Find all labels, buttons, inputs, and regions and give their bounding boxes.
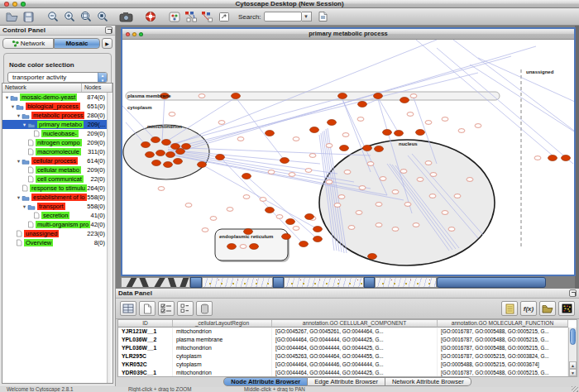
tab-overflow-arrow[interactable]: ▶ xyxy=(102,38,112,49)
background-window[interactable] xyxy=(437,277,546,288)
background-window[interactable] xyxy=(364,277,375,288)
network-node-orange[interactable] xyxy=(232,93,241,99)
network-node-small[interactable] xyxy=(338,195,345,199)
attribute-matrix-icon[interactable] xyxy=(558,301,575,316)
network-node-orange[interactable] xyxy=(266,208,275,213)
table-row[interactable]: YKR052Ccytoplasm[GO:0044464, GO:0044446,… xyxy=(118,361,577,369)
network-node-small[interactable] xyxy=(442,211,448,215)
tree-row[interactable]: cell communicat22(0) xyxy=(2,174,112,184)
tree-row[interactable]: response to stimulu264(0) xyxy=(2,184,112,193)
zoom-selected-region-icon[interactable] xyxy=(95,10,109,23)
network-node-small[interactable] xyxy=(276,215,283,219)
network-node-orange[interactable] xyxy=(400,98,409,103)
network-node-small[interactable] xyxy=(413,223,419,227)
network-node-orange[interactable] xyxy=(313,227,323,232)
node-color-dropdown[interactable]: transporter activity ▲▼ xyxy=(7,72,108,83)
network-node-small[interactable] xyxy=(260,198,266,202)
tree-row[interactable]: ▼cellular process614(0) xyxy=(2,156,112,165)
network-node-small[interactable] xyxy=(425,161,432,165)
minimize-icon[interactable] xyxy=(132,32,136,36)
network-node-small[interactable] xyxy=(199,94,205,98)
network-node-orange[interactable] xyxy=(363,146,372,151)
tree-row[interactable]: macromolecule311(0) xyxy=(2,147,112,156)
network-node-small[interactable] xyxy=(326,180,333,184)
column-header[interactable]: annotation.GO CELLULAR_COMPONENT xyxy=(272,320,438,327)
annotation-icon[interactable] xyxy=(217,10,231,23)
table-row[interactable]: YJR121W__1mitochondrion[GO:0045267, GO:0… xyxy=(118,327,577,336)
zoom-in-icon[interactable] xyxy=(62,10,76,23)
tree-row[interactable]: nitrogen compo209(0) xyxy=(2,138,112,147)
tree-row[interactable]: ▼mosaic-demo-yeast874(0) xyxy=(2,93,112,102)
column-header[interactable]: _cellularLayoutRegion xyxy=(173,320,272,327)
network-node-orange[interactable] xyxy=(250,244,259,250)
network-node-orange[interactable] xyxy=(198,162,207,168)
notes-icon[interactable] xyxy=(501,301,518,316)
expand-arrow-icon[interactable]: ▼ xyxy=(4,95,10,100)
network-node-small[interactable] xyxy=(334,203,341,208)
network-node-orange[interactable] xyxy=(286,219,295,225)
scroll-down-icon[interactable]: ▼ xyxy=(569,369,577,376)
tab-network-attribute-browser[interactable]: Network Attribute Browser xyxy=(385,377,471,386)
network-node-orange[interactable] xyxy=(227,244,237,250)
open-file-icon[interactable] xyxy=(5,10,19,23)
unselect-attributes-icon[interactable] xyxy=(177,301,194,316)
network-node-orange[interactable] xyxy=(216,155,225,160)
network-node-orange[interactable] xyxy=(395,131,404,136)
network-node-orange[interactable] xyxy=(375,146,384,152)
scroll-up-icon[interactable]: ▲ xyxy=(569,361,577,369)
network-node-small[interactable] xyxy=(429,194,436,198)
table-row[interactable]: YLR295Ccytoplasm[GO:0045263, GO:0044464,… xyxy=(118,352,577,361)
import-attributes-icon[interactable] xyxy=(539,301,556,316)
expand-arrow-icon[interactable]: ▼ xyxy=(22,204,27,209)
session-page-icon[interactable] xyxy=(316,10,330,23)
network-node-small[interactable] xyxy=(376,223,382,227)
edit-network-icon[interactable] xyxy=(200,10,214,23)
close-icon[interactable] xyxy=(4,2,9,7)
tab-network[interactable]: Network xyxy=(2,38,54,49)
background-window[interactable] xyxy=(202,277,273,288)
vizmapper-icon[interactable] xyxy=(167,10,181,23)
network-node-orange[interactable] xyxy=(340,146,349,151)
network-node-orange[interactable] xyxy=(174,159,183,165)
network-node-small[interactable] xyxy=(392,227,399,232)
network-node-orange[interactable] xyxy=(383,130,392,136)
network-node-orange[interactable] xyxy=(374,93,383,99)
network-node-small[interactable] xyxy=(407,112,414,117)
network-node-orange[interactable] xyxy=(242,174,251,179)
network-node-orange[interactable] xyxy=(171,144,180,150)
network-node-orange[interactable] xyxy=(152,160,161,166)
network-node-orange[interactable] xyxy=(548,155,557,161)
network-canvas[interactable]: plasma membrane cytoplasm mitochondrion … xyxy=(122,40,574,275)
tree-row[interactable]: nucleobase-209(0) xyxy=(2,129,112,138)
network-node-small[interactable] xyxy=(210,217,217,221)
tree-row[interactable]: Overview8(0) xyxy=(2,238,112,247)
background-window[interactable] xyxy=(375,277,437,288)
network-node-orange[interactable] xyxy=(176,149,185,155)
maximize-icon[interactable] xyxy=(21,2,26,7)
network-node-small[interactable] xyxy=(240,245,246,249)
network-node-small[interactable] xyxy=(357,117,364,122)
tree-row[interactable]: cellular metabo209(0) xyxy=(2,165,112,174)
network-node-small[interactable] xyxy=(392,190,399,194)
network-node-small[interactable] xyxy=(342,133,349,137)
network-node-orange[interactable] xyxy=(328,120,337,126)
expand-arrow-icon[interactable]: ▼ xyxy=(16,195,22,200)
close-icon[interactable] xyxy=(126,32,130,36)
float-panel-icon[interactable] xyxy=(105,26,112,34)
tree-scrollbar[interactable] xyxy=(107,93,112,383)
tab-edge-attribute-browser[interactable]: Edge Attribute Browser xyxy=(308,377,385,386)
network-node-small[interactable] xyxy=(367,162,374,166)
network-node-small[interactable] xyxy=(454,194,461,198)
network-node-small[interactable] xyxy=(380,177,386,181)
network-node-orange[interactable] xyxy=(313,237,323,242)
network-node-small[interactable] xyxy=(359,186,366,190)
resize-grip[interactable] xyxy=(572,386,578,392)
table-vertical-scrollbar[interactable]: ▲ ▼ xyxy=(568,327,577,376)
tree-row[interactable]: ▼establishment of lo558(0) xyxy=(2,193,112,202)
network-node-small[interactable] xyxy=(410,94,417,98)
tab-mosaic[interactable]: Mosaic xyxy=(54,38,100,49)
tree-row[interactable]: unassigned223(0) xyxy=(2,229,112,238)
tree-row[interactable]: ▼primary metabo209(... xyxy=(2,120,112,129)
column-header[interactable]: annotation.GO MOLECULAR_FUNCTION xyxy=(438,320,568,327)
export-image-icon[interactable] xyxy=(119,10,133,23)
